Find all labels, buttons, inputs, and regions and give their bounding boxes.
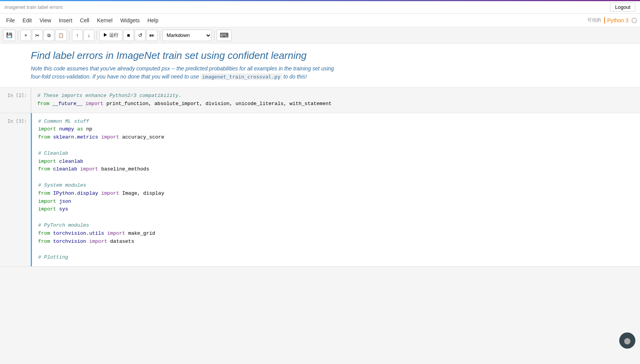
paste-button[interactable]: 📋 xyxy=(55,30,67,41)
menu-edit[interactable]: Edit xyxy=(20,16,35,25)
comment-system: # System modules xyxy=(38,182,86,188)
code-content-3[interactable]: # Common ML stuff import numpy as np fro… xyxy=(31,113,640,266)
comment-ml: # Common ML stuff xyxy=(38,119,89,124)
cell-label-3: In [3]: xyxy=(0,113,31,266)
cell-type-select[interactable]: Code Markdown Raw NBConvert Heading xyxy=(162,30,212,41)
code-cell-2: In [2]: # These imports enhance Python2/… xyxy=(0,87,640,113)
markdown-cell: Find label errors in ImageNet train set … xyxy=(0,43,640,87)
toolbar-separator-3 xyxy=(97,31,97,40)
cell-paragraph: Note this code assumes that you've alrea… xyxy=(31,65,632,81)
mod-cleanlab: cleanlab xyxy=(59,159,83,164)
menu-insert[interactable]: Insert xyxy=(56,16,75,25)
fab-icon: ⬤ xyxy=(624,337,631,344)
toolbar-separator-2 xyxy=(69,31,70,40)
code-cell-3: In [3]: # Common ML stuff import numpy a… xyxy=(0,113,640,267)
restart-button[interactable]: ↺ xyxy=(135,30,145,41)
code-content-2[interactable]: # These imports enhance Python2/3 compat… xyxy=(31,87,640,113)
kernel-status-circle xyxy=(632,18,637,23)
menu-bar: File Edit View Insert Cell Kernel Widget… xyxy=(0,13,640,27)
mod-torchvision-utils: torchvision.utils xyxy=(53,230,104,236)
restart-run-button[interactable]: ⏭ xyxy=(146,30,157,41)
fab-button[interactable]: ⬤ xyxy=(619,332,635,349)
logout-button[interactable]: Logout xyxy=(610,3,635,12)
kw-from: from xyxy=(37,101,49,107)
mod-numpy: numpy xyxy=(59,126,74,132)
menu-kernel[interactable]: Kernel xyxy=(94,16,115,25)
toolbar-separator-1 xyxy=(18,31,18,40)
add-cell-button[interactable]: + xyxy=(20,30,31,41)
python-version-label: Python 3 xyxy=(604,17,628,23)
inline-code: imagenet_train_crossval.py xyxy=(201,73,282,80)
notebook-content: Find label errors in ImageNet train set … xyxy=(0,43,640,364)
kw-from-torchvision: from xyxy=(38,239,50,244)
cell-label-2: In [2]: xyxy=(0,87,31,113)
mod-future: __future__ xyxy=(52,101,82,107)
cell-heading: Find label errors in ImageNet train set … xyxy=(31,50,632,62)
kw-from-ipython: from xyxy=(38,190,50,196)
paragraph-end: to do this! xyxy=(283,73,307,80)
comment-1: # These imports enhance Python2/3 compat… xyxy=(37,93,181,99)
notebook-title: imagenet train label errors xyxy=(5,4,63,10)
fn-imports: print_function, absolute_import, divisio… xyxy=(106,101,331,107)
menu-file[interactable]: File xyxy=(3,16,18,25)
mod-torchvision: torchvision xyxy=(53,239,86,244)
menu-cell[interactable]: Cell xyxy=(77,16,92,25)
mod-json: json xyxy=(59,199,71,204)
mod-sklearn: sklearn.metrics xyxy=(53,134,98,140)
kw-from-sklearn: from xyxy=(38,134,50,140)
kw-import-json: import xyxy=(38,199,56,204)
menu-help[interactable]: Help xyxy=(144,16,162,25)
stop-button[interactable]: ■ xyxy=(123,30,134,41)
mod-ipython: IPython.display xyxy=(53,190,98,196)
comment-cleanlab: # Cleanlab xyxy=(38,150,68,156)
kw-import: import xyxy=(85,101,104,107)
toolbar-separator-5 xyxy=(214,31,214,40)
top-bar: imagenet train label errors Logout xyxy=(0,1,640,13)
toolbar: 💾 + ✂ ⧉ 📋 ↑ ↓ ▶ 运行 ■ ↺ ⏭ Code Markdown R… xyxy=(0,27,640,43)
mod-sys: sys xyxy=(59,206,68,212)
kw-import-cleanlab: import xyxy=(38,159,56,164)
copy-button[interactable]: ⧉ xyxy=(43,30,54,41)
menu-view[interactable]: View xyxy=(37,16,54,25)
toolbar-separator-4 xyxy=(160,31,160,40)
comment-plotting: # Plotting xyxy=(38,254,68,260)
kw-import-numpy: import xyxy=(38,126,56,132)
mod-cleanlab2: cleanlab xyxy=(53,166,77,172)
kw-import-sys: import xyxy=(38,206,56,212)
move-up-button[interactable]: ↑ xyxy=(72,30,83,41)
move-down-button[interactable]: ↓ xyxy=(84,30,94,41)
menu-widgets[interactable]: Widgets xyxy=(117,16,143,25)
save-button[interactable]: 💾 xyxy=(3,30,15,41)
kw-from-torchvision-utils: from xyxy=(38,230,50,236)
kw-from-cleanlab: from xyxy=(38,166,50,172)
trusted-label: 可信的 xyxy=(587,17,601,23)
keyboard-button[interactable]: ⌨ xyxy=(217,30,232,41)
cut-button[interactable]: ✂ xyxy=(32,30,43,41)
run-button[interactable]: ▶ 运行 xyxy=(99,30,122,41)
comment-pytorch: # PyTorch modules xyxy=(38,222,89,228)
